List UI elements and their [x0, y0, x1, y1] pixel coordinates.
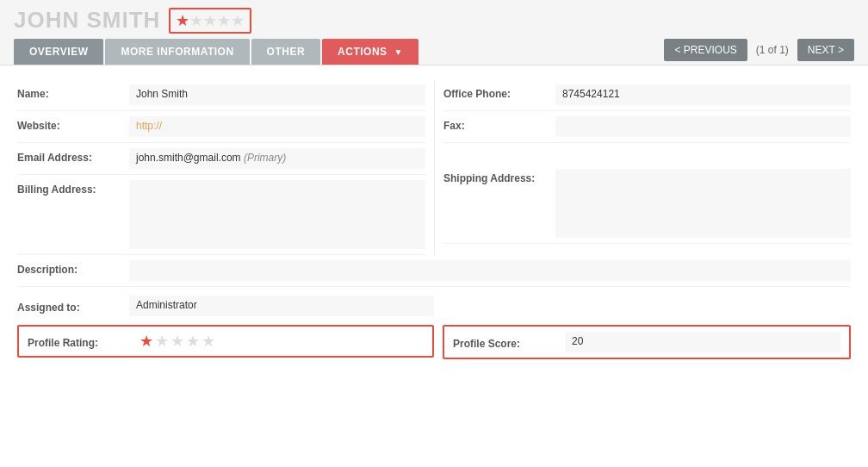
billing-value: [129, 180, 425, 249]
profile-score-container: Profile Score: 20: [443, 325, 851, 359]
profile-rating-container: Profile Rating: ★ ★ ★ ★ ★: [17, 325, 434, 358]
profile-score-value: 20: [565, 332, 840, 352]
website-field-row: Website: http://: [17, 111, 425, 143]
name-label: Name:: [17, 84, 129, 100]
shipping-label: Shipping Address:: [443, 169, 555, 184]
profile-score-label: Profile Score:: [453, 334, 565, 350]
profile-rating-stars[interactable]: ★ ★ ★ ★ ★: [140, 332, 215, 351]
fax-label: Fax:: [443, 116, 555, 132]
actions-dropdown-icon: ▼: [394, 47, 403, 57]
name-value: John Smith: [129, 84, 425, 105]
description-value: [129, 260, 851, 281]
tab-actions[interactable]: ACTIONS ▼: [322, 39, 418, 65]
description-field-row: Description:: [17, 255, 851, 287]
website-value[interactable]: http://: [129, 116, 425, 137]
office-phone-label: Office Phone:: [443, 84, 555, 100]
assigned-value: Administrator: [129, 296, 434, 316]
star-5: ★: [231, 11, 245, 30]
billing-label: Billing Address:: [17, 180, 129, 196]
previous-button[interactable]: < PREVIOUS: [664, 39, 747, 61]
profile-rating-label: Profile Rating:: [28, 333, 140, 349]
description-label: Description:: [17, 260, 129, 276]
email-field-row: Email Address: john.smith@gmail.com (Pri…: [17, 143, 425, 175]
page-info: (1 of 1): [751, 44, 794, 56]
tab-overview[interactable]: OVERVIEW: [14, 39, 103, 65]
fax-value: [555, 116, 851, 137]
email-value: john.smith@gmail.com (Primary): [129, 148, 425, 169]
star-3: ★: [203, 11, 217, 30]
star-4: ★: [217, 11, 231, 30]
office-phone-field-row: Office Phone: 8745424121: [443, 79, 851, 111]
tab-more-information[interactable]: MORE INFORMATION: [105, 39, 249, 65]
office-phone-value: 8745424121: [555, 84, 851, 105]
assigned-field-row: Assigned to: Administrator: [17, 290, 434, 321]
email-address[interactable]: john.smith@gmail.com: [136, 152, 241, 164]
website-label: Website:: [17, 116, 129, 132]
header-star-rating[interactable]: ★ ★ ★ ★ ★: [169, 8, 251, 34]
email-primary-badge: (Primary): [244, 152, 286, 164]
profile-star-3[interactable]: ★: [170, 332, 184, 351]
name-field-row: Name: John Smith: [17, 79, 425, 111]
star-1: ★: [176, 11, 189, 30]
billing-field-row: Billing Address:: [17, 175, 425, 255]
profile-star-2[interactable]: ★: [155, 332, 169, 351]
assigned-label: Assigned to:: [17, 298, 129, 314]
star-2: ★: [189, 11, 203, 30]
next-button[interactable]: NEXT >: [797, 39, 854, 61]
shipping-value: [555, 169, 851, 238]
profile-star-1[interactable]: ★: [140, 332, 153, 351]
fax-field-row: Fax:: [443, 111, 851, 143]
shipping-field-row: Shipping Address:: [443, 164, 851, 244]
page-title: JOHN SMITH: [14, 7, 160, 34]
profile-star-4[interactable]: ★: [186, 332, 200, 351]
email-label: Email Address:: [17, 148, 129, 164]
tab-other[interactable]: OTHER: [251, 39, 321, 65]
profile-star-5[interactable]: ★: [202, 332, 215, 351]
